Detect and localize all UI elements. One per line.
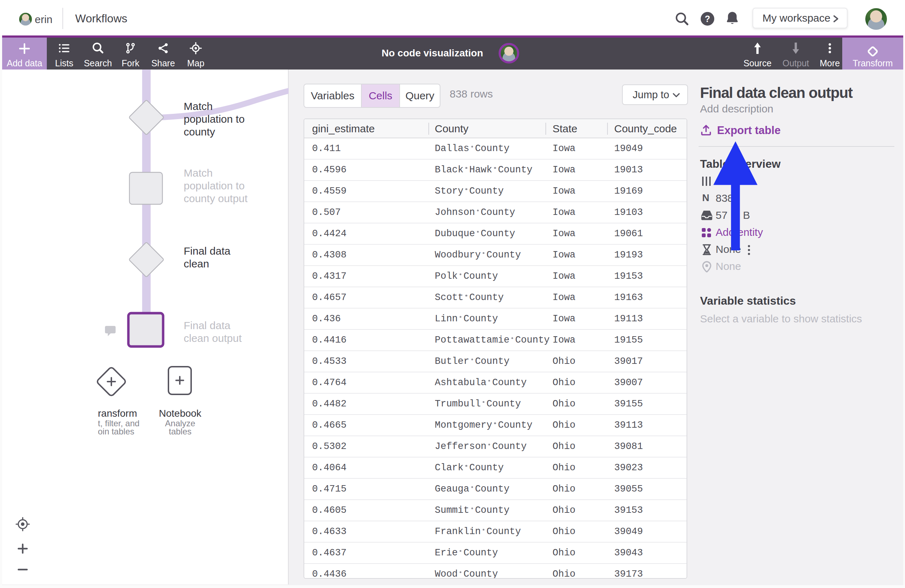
svg-text:?: ? bbox=[705, 14, 710, 24]
